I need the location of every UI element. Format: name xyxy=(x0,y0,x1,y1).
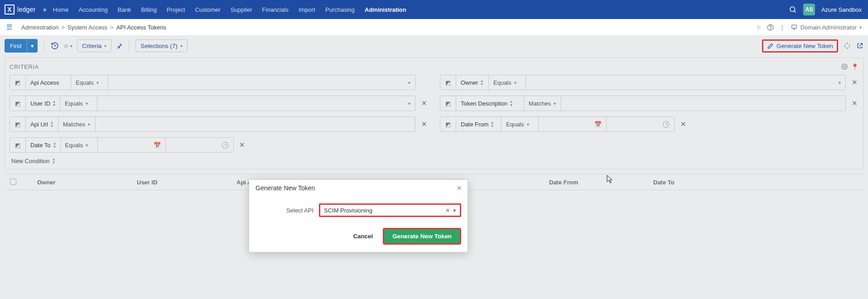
criteria-operator[interactable]: Matches▾ xyxy=(58,116,96,132)
criteria-value-select[interactable]: ▾ xyxy=(526,75,846,90)
col-user-id[interactable]: User ID xyxy=(131,179,231,186)
generate-token-submit-button[interactable]: Generate New Token xyxy=(383,228,461,245)
nav-billing[interactable]: Billing xyxy=(141,6,157,13)
nav-import[interactable]: Import xyxy=(299,6,315,13)
sort-icon[interactable]: ▴▾ xyxy=(51,121,53,128)
criteria-time-input[interactable]: 🕒 xyxy=(166,137,234,153)
edit-icon xyxy=(767,43,774,49)
criteria-operator[interactable]: Matches▾ xyxy=(524,96,561,111)
nav-accounting[interactable]: Accounting xyxy=(78,6,107,13)
col-date-from[interactable]: Date From xyxy=(544,179,648,186)
select-api-label: Select API xyxy=(256,207,313,214)
help-icon[interactable] xyxy=(767,24,774,31)
criteria-label: Date To▴▾ xyxy=(26,137,61,153)
criteria-value-select[interactable]: ▾ xyxy=(108,75,415,90)
sort-icon[interactable]: ▴▾ xyxy=(510,100,512,107)
criteria-operator[interactable]: Equals▾ xyxy=(60,96,97,111)
star-dropdown-icon[interactable]: ☆▾ xyxy=(63,43,72,49)
breadcrumb-item[interactable]: System Access xyxy=(68,24,107,31)
toolbar-right: Generate New Token xyxy=(762,39,863,53)
criteria-value-input[interactable] xyxy=(561,96,846,111)
clear-icon[interactable]: ✕ xyxy=(445,207,450,214)
menu-icon[interactable]: ☰ xyxy=(6,23,12,31)
svg-point-14 xyxy=(845,44,846,45)
selections-dropdown[interactable]: Selections (7) ▾ xyxy=(135,39,188,52)
criteria-row-api-url: ◩ Api Url▴▾ Matches▾ ✕ xyxy=(10,116,428,132)
criteria-value-select[interactable]: ▾ xyxy=(97,96,415,111)
chevron-down-icon[interactable]: ▾ xyxy=(453,207,456,214)
select-all-cell[interactable] xyxy=(5,178,32,186)
criteria-date-input[interactable]: 📅 xyxy=(98,137,166,153)
nav-supplier[interactable]: Supplier xyxy=(231,6,252,13)
clear-icon[interactable]: ✕ xyxy=(850,99,858,107)
criteria-operator[interactable]: Equals▾ xyxy=(71,75,108,90)
role-switcher[interactable]: Domain Administrator ▾ xyxy=(791,24,862,31)
popout-icon[interactable] xyxy=(856,42,863,49)
cancel-button[interactable]: Cancel xyxy=(350,232,376,240)
sort-icon: ▴▾ xyxy=(53,157,55,164)
toggle-icon[interactable]: ◩ xyxy=(10,116,26,132)
find-button-caret[interactable]: ▾ xyxy=(27,39,38,53)
favorite-star-icon[interactable]: ★ xyxy=(42,6,48,13)
toggle-icon[interactable]: ◩ xyxy=(440,96,456,111)
tenant-label[interactable]: Azure Sandbox xyxy=(821,6,862,13)
breadcrumb-item[interactable]: Administration xyxy=(21,24,58,31)
criteria-operator[interactable]: Equals▾ xyxy=(502,116,539,132)
chevron-down-icon: ▾ xyxy=(859,25,862,30)
toggle-icon[interactable]: ◩ xyxy=(440,116,456,132)
close-icon[interactable]: ✕ xyxy=(457,184,462,192)
nav-administration[interactable]: Administration xyxy=(365,6,406,13)
sort-icon[interactable]: ▴▾ xyxy=(481,79,483,86)
criteria-row-user-id: ◩ User ID▴▾ Equals▾ ▾ ✕ xyxy=(10,96,428,111)
nav-home[interactable]: Home xyxy=(53,6,69,13)
clear-icon[interactable]: ✕ xyxy=(420,120,428,128)
find-button[interactable]: Find ▾ xyxy=(5,39,38,53)
modal-header: Generate New Token ✕ xyxy=(249,180,468,194)
checkbox-icon[interactable] xyxy=(10,178,16,185)
loading-dots-icon[interactable] xyxy=(844,42,851,49)
clear-icon[interactable]: ✕ xyxy=(420,99,428,107)
toggle-icon[interactable]: ◩ xyxy=(10,96,26,111)
toggle-icon[interactable]: ◩ xyxy=(440,75,456,90)
select-api-dropdown[interactable]: SCIM Provisioning ✕ ▾ xyxy=(319,203,461,217)
select-api-value: SCIM Provisioning xyxy=(324,207,443,214)
clear-icon[interactable]: ✕ xyxy=(850,78,858,87)
criteria-dropdown[interactable]: Criteria ▾ xyxy=(77,39,111,52)
nav-project[interactable]: Project xyxy=(167,6,185,13)
new-condition-button[interactable]: New Condition ▴▾ xyxy=(10,153,858,165)
criteria-label: Criteria xyxy=(82,43,101,49)
nav-financials[interactable]: Financials xyxy=(262,6,289,13)
generate-new-token-button[interactable]: Generate New Token xyxy=(762,39,838,53)
generate-token-modal: Generate New Token ✕ Select API SCIM Pro… xyxy=(249,179,468,252)
calendar-icon: 📅 xyxy=(154,142,161,149)
sort-icon[interactable]: ▴▾ xyxy=(491,121,493,128)
criteria-value-input[interactable] xyxy=(96,116,415,132)
clear-icon[interactable]: ✕ xyxy=(679,120,687,128)
criteria-operator[interactable]: Equals▾ xyxy=(489,75,526,90)
col-owner[interactable]: Owner xyxy=(32,179,131,186)
avatar[interactable]: AS xyxy=(803,4,815,15)
toggle-icon[interactable]: ◩ xyxy=(10,75,26,90)
pin-icon[interactable] xyxy=(116,43,122,49)
pin-icon[interactable]: 📍 xyxy=(851,63,859,70)
nav-customer[interactable]: Customer xyxy=(195,6,221,13)
criteria-date-input[interactable]: 📅 xyxy=(539,116,607,132)
star-outline-icon[interactable]: ☆ xyxy=(756,24,762,31)
gear-icon[interactable] xyxy=(841,63,848,70)
criteria-operator[interactable]: Equals▾ xyxy=(61,137,98,153)
col-date-to[interactable]: Date To xyxy=(648,179,863,186)
more-icon[interactable]: ⋮ xyxy=(779,24,785,31)
brand-logo[interactable]: X ledger xyxy=(5,5,36,14)
sort-icon[interactable]: ▴▾ xyxy=(53,100,55,107)
toggle-icon[interactable]: ◩ xyxy=(10,137,26,153)
criteria-time-input[interactable]: 🕒 xyxy=(607,116,675,132)
nav-bank[interactable]: Bank xyxy=(118,6,131,13)
search-icon[interactable] xyxy=(789,5,797,14)
sort-icon[interactable]: ▴▾ xyxy=(53,141,56,149)
clear-icon[interactable]: ✕ xyxy=(238,141,246,149)
criteria-label: User ID▴▾ xyxy=(26,96,60,111)
history-icon[interactable] xyxy=(51,42,59,50)
criteria-grid: ◩ Api Access Equals▾ ▾ ✕ ◩ Owner▴▾ Equal… xyxy=(10,75,858,153)
nav-purchasing[interactable]: Purchasing xyxy=(325,6,355,13)
breadcrumb-bar: ☰ Administration > System Access > API A… xyxy=(0,19,868,36)
